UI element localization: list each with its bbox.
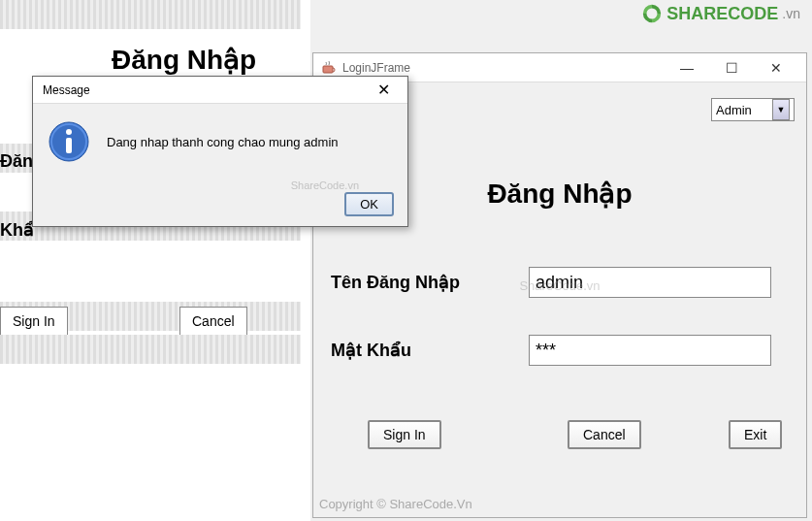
svg-rect-0: [323, 66, 333, 73]
bg-signin-button[interactable]: Sign In: [0, 307, 68, 336]
signin-button[interactable]: Sign In: [368, 420, 441, 449]
bg-heading: Đăng Nhập: [112, 44, 256, 76]
password-label: Mật Khẩu: [331, 340, 411, 361]
minimize-button[interactable]: —: [665, 53, 709, 82]
maximize-button[interactable]: ☐: [709, 53, 754, 82]
sharecode-logo-icon: [641, 3, 663, 24]
logo-text: SHARECODE: [666, 4, 778, 24]
svg-point-3: [66, 129, 72, 135]
copyright-text: Copyright © ShareCode.Vn: [319, 497, 472, 511]
password-input[interactable]: [529, 335, 771, 366]
svg-rect-4: [66, 138, 72, 153]
message-titlebar: Message ✕: [33, 77, 407, 104]
cancel-button[interactable]: Cancel: [568, 420, 641, 449]
dropdown-arrow-icon: ▼: [772, 99, 790, 120]
role-select[interactable]: Admin ▼: [711, 98, 795, 121]
logo-suffix: .vn: [782, 6, 800, 21]
message-close-button[interactable]: ✕: [369, 81, 398, 99]
java-app-icon: [321, 60, 337, 76]
username-label: Tên Đăng Nhập: [331, 272, 460, 293]
message-text: Dang nhap thanh cong chao mung admin: [107, 135, 339, 149]
exit-button[interactable]: Exit: [729, 420, 782, 449]
role-select-value: Admin: [716, 103, 752, 117]
message-watermark: ShareCode.vn: [291, 179, 359, 191]
close-button[interactable]: ✕: [754, 53, 798, 82]
info-icon: [49, 121, 89, 162]
bg-cancel-button[interactable]: Cancel: [179, 307, 247, 336]
bg-username-label-partial: Đăn: [0, 151, 33, 172]
window-title: LoginJFrame: [342, 61, 665, 75]
message-ok-button[interactable]: OK: [344, 192, 394, 216]
username-input[interactable]: [529, 267, 771, 298]
sharecode-logo: SHARECODE.vn: [641, 3, 800, 24]
bg-password-label-partial: Khẩ: [0, 219, 34, 241]
message-dialog: Message ✕ Dang nhap thanh cong chao mung…: [32, 76, 408, 227]
message-title: Message: [43, 83, 369, 97]
